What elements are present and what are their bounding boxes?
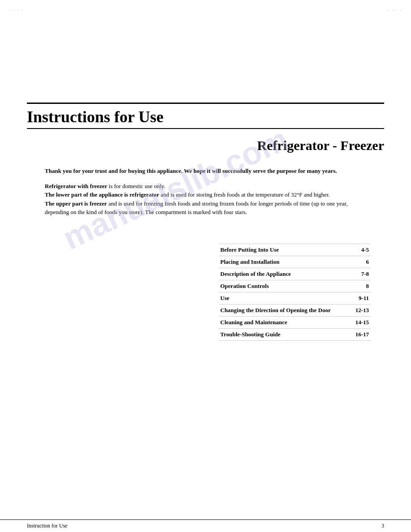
footer-page-number: 3 (381, 523, 384, 529)
toc-item-page: 9-11 (351, 292, 371, 304)
intro-section: Thank you for your trust and for buying … (27, 167, 384, 217)
toc-row: Cleaning and Maintenance14-15 (218, 316, 371, 328)
intro-p3-bold: The lower part of the appliance is refri… (45, 191, 159, 198)
intro-paragraph-1: Thank you for your trust and for buying … (45, 167, 366, 176)
toc-row: Use9-11 (218, 292, 371, 304)
toc-item-page: 7-8 (351, 268, 371, 280)
toc-item-page: 8 (351, 280, 371, 292)
toc-item-label: Operation Controls (218, 280, 351, 292)
toc-item-label: Cleaning and Maintenance (218, 316, 351, 328)
footer-title: Instruction for Use (27, 523, 68, 529)
top-dots-left: · · · · (9, 8, 23, 13)
toc-item-page: 4-5 (351, 244, 371, 256)
toc-row: Placing and Installation6 (218, 256, 371, 268)
toc-item-label: Use (218, 292, 351, 304)
intro-p4-bold: The upper part is freezer (45, 200, 107, 207)
intro-p2-rest: is for domestic use only. (107, 183, 166, 189)
toc-item-label: Trouble-Shooting Guide (218, 328, 351, 340)
intro-paragraph-2: Refrigerator with freezer is for domesti… (45, 182, 366, 217)
toc-table: Before Putting Into Use4-5Placing and In… (218, 244, 371, 341)
page-body: Instructions for Use Refrigerator - Free… (0, 76, 411, 359)
toc-item-label: Before Putting Into Use (218, 244, 351, 256)
intro-p3-rest: and is used for storing fresh foods at t… (159, 191, 330, 198)
top-dots-right: · · · · (388, 8, 402, 13)
toc-item-label: Placing and Installation (218, 256, 351, 268)
toc-item-page: 14-15 (351, 316, 371, 328)
title-section: Instructions for Use (27, 103, 384, 126)
toc-row: Before Putting Into Use4-5 (218, 244, 371, 256)
main-title: Instructions for Use (27, 107, 384, 126)
page-footer: Instruction for Use 3 (0, 519, 411, 532)
toc-row: Description of the Appliance7-8 (218, 268, 371, 280)
toc-item-page: 6 (351, 256, 371, 268)
document-page: manualslib.com · · · · · · · · Instructi… (0, 0, 411, 532)
toc-item-label: Description of the Appliance (218, 268, 351, 280)
subtitle-section: Refrigerator - Freezer (27, 138, 384, 153)
title-underline (27, 128, 384, 129)
top-decoration: · · · · · · · · (0, 0, 411, 13)
intro-p2-bold: Refrigerator with freezer (45, 183, 107, 189)
toc-row: Trouble-Shooting Guide16-17 (218, 328, 371, 340)
toc-item-label: Changing the Direction of Opening the Do… (218, 304, 351, 316)
subtitle: Refrigerator - Freezer (27, 138, 384, 153)
toc-row: Operation Controls8 (218, 280, 371, 292)
toc-item-page: 12-13 (351, 304, 371, 316)
toc-row: Changing the Direction of Opening the Do… (218, 304, 371, 316)
toc-item-page: 16-17 (351, 328, 371, 340)
toc-section: Before Putting Into Use4-5Placing and In… (27, 244, 384, 341)
